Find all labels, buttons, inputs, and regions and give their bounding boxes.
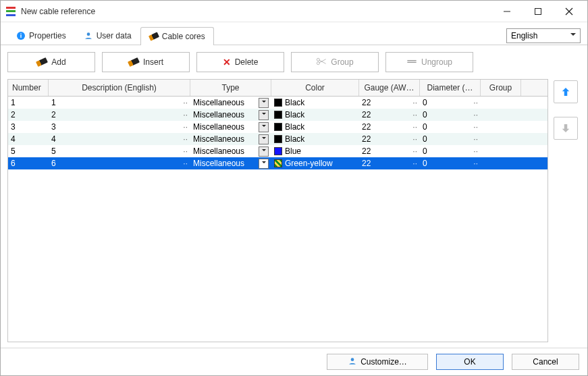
button-label: Group <box>331 57 353 67</box>
cell-type[interactable]: Miscellaneous <box>190 145 271 157</box>
insert-button[interactable]: Insert <box>102 52 190 72</box>
color-swatch-icon <box>274 135 282 143</box>
tab-properties[interactable]: i Properties <box>7 26 75 45</box>
cell-type[interactable]: Miscellaneous <box>190 133 271 145</box>
button-label: OK <box>464 357 475 367</box>
cell-description[interactable]: 1·· <box>49 97 190 109</box>
table-row[interactable]: 11··MiscellaneousBlack22··0·· <box>8 97 547 109</box>
maximize-button[interactable] <box>523 1 554 22</box>
cell-number: 2 <box>8 109 49 121</box>
cell-number: 3 <box>8 121 49 133</box>
cell-gauge[interactable]: 22·· <box>359 121 420 133</box>
cell-group[interactable] <box>481 145 521 157</box>
table-row[interactable]: 44··MiscellaneousBlack22··0·· <box>8 133 547 145</box>
cell-description[interactable]: 6·· <box>49 157 190 169</box>
col-description[interactable]: Description (English) <box>49 80 190 96</box>
ungroup-button[interactable]: Ungroup <box>385 52 473 72</box>
cell-gauge[interactable]: 22·· <box>359 133 420 145</box>
dropdown-icon[interactable] <box>259 98 269 108</box>
cell-type[interactable]: Miscellaneous <box>190 157 271 169</box>
dropdown-icon[interactable] <box>259 146 269 157</box>
cell-gauge[interactable]: 22·· <box>359 97 420 109</box>
cell-group[interactable] <box>481 157 521 169</box>
delete-button[interactable]: ✕Delete <box>196 52 284 72</box>
cell-gauge[interactable]: 22·· <box>359 109 420 121</box>
table-row[interactable]: 66··MiscellaneousGreen-yellow22··0·· <box>8 157 547 169</box>
svg-line-7 <box>319 60 326 63</box>
table-row[interactable]: 55··MiscellaneousBlue22··0·· <box>8 145 547 157</box>
tab-user-data[interactable]: User data <box>75 26 140 45</box>
svg-point-6 <box>317 61 320 64</box>
cell-gauge[interactable]: 22·· <box>359 157 420 169</box>
cell-type[interactable]: Miscellaneous <box>190 97 271 109</box>
dropdown-icon[interactable] <box>259 110 269 120</box>
button-label: Delete <box>235 57 259 67</box>
cell-group[interactable] <box>481 97 521 109</box>
button-label: Add <box>51 57 65 67</box>
col-gauge[interactable]: Gauge (AW… <box>359 80 420 96</box>
cell-description[interactable]: 4·· <box>49 133 190 145</box>
cell-color[interactable]: Black <box>271 97 359 109</box>
move-down-button[interactable] <box>554 117 578 140</box>
col-diameter[interactable]: Diameter (… <box>420 80 481 96</box>
cell-diameter[interactable]: 0·· <box>420 121 481 133</box>
cell-description[interactable]: 2·· <box>49 109 190 121</box>
add-button[interactable]: Add <box>7 52 95 72</box>
tab-row: i Properties User data Cable cores Engli… <box>1 22 587 45</box>
tab-label: Properties <box>29 31 66 41</box>
dropdown-icon[interactable] <box>259 159 269 169</box>
col-group[interactable]: Group <box>481 80 521 96</box>
cell-description[interactable]: 5·· <box>49 145 190 157</box>
cell-color[interactable]: Black <box>271 121 359 133</box>
dropdown-icon[interactable] <box>259 122 269 132</box>
col-number[interactable]: Number <box>8 80 49 96</box>
ok-button[interactable]: OK <box>436 354 504 370</box>
titlebar: New cable reference <box>1 1 587 22</box>
cancel-button[interactable]: Cancel <box>512 354 579 370</box>
customize-button[interactable]: Customize… <box>327 354 428 370</box>
group-button[interactable]: Group <box>291 52 379 72</box>
cell-number: 4 <box>8 133 49 145</box>
button-label: Insert <box>143 57 163 67</box>
cell-color[interactable]: Black <box>271 109 359 121</box>
scissors-icon <box>316 57 327 68</box>
dropdown-icon[interactable] <box>259 134 269 144</box>
svg-line-8 <box>319 59 326 62</box>
color-swatch-icon <box>274 111 282 119</box>
minimize-button[interactable] <box>491 1 523 22</box>
col-color[interactable]: Color <box>271 80 359 96</box>
tab-label: Cable cores <box>162 32 205 41</box>
close-button[interactable] <box>554 1 585 22</box>
col-type[interactable]: Type <box>190 80 271 96</box>
cell-diameter[interactable]: 0·· <box>420 157 481 169</box>
cell-group[interactable] <box>481 121 521 133</box>
cell-description[interactable]: 3·· <box>49 121 190 133</box>
cell-gauge[interactable]: 22·· <box>359 145 420 157</box>
move-up-button[interactable] <box>554 80 578 103</box>
cell-diameter[interactable]: 0·· <box>420 97 481 109</box>
language-value: English <box>511 31 537 41</box>
button-label: Cancel <box>533 357 558 367</box>
color-swatch-icon <box>274 147 282 155</box>
cell-group[interactable] <box>481 109 521 121</box>
color-swatch-icon <box>274 99 282 107</box>
action-toolbar: Add Insert ✕Delete Group Ungroup <box>1 45 587 79</box>
cell-color[interactable]: Blue <box>271 145 359 157</box>
tab-cable-cores[interactable]: Cable cores <box>140 27 214 45</box>
svg-point-5 <box>317 58 320 61</box>
svg-point-4 <box>86 32 90 36</box>
cell-color[interactable]: Black <box>271 133 359 145</box>
cell-type[interactable]: Miscellaneous <box>190 121 271 133</box>
dialog-window: New cable reference i Properties User da… <box>0 0 588 376</box>
cell-diameter[interactable]: 0·· <box>420 145 481 157</box>
ungroup-icon <box>406 57 417 68</box>
table-row[interactable]: 33··MiscellaneousBlack22··0·· <box>8 121 547 133</box>
cell-type[interactable]: Miscellaneous <box>190 109 271 121</box>
info-icon: i <box>16 31 26 41</box>
cell-color[interactable]: Green-yellow <box>271 157 359 169</box>
cell-group[interactable] <box>481 133 521 145</box>
cell-diameter[interactable]: 0·· <box>420 133 481 145</box>
cell-diameter[interactable]: 0·· <box>420 109 481 121</box>
table-row[interactable]: 22··MiscellaneousBlack22··0·· <box>8 109 547 121</box>
language-dropdown[interactable]: English <box>506 28 581 43</box>
